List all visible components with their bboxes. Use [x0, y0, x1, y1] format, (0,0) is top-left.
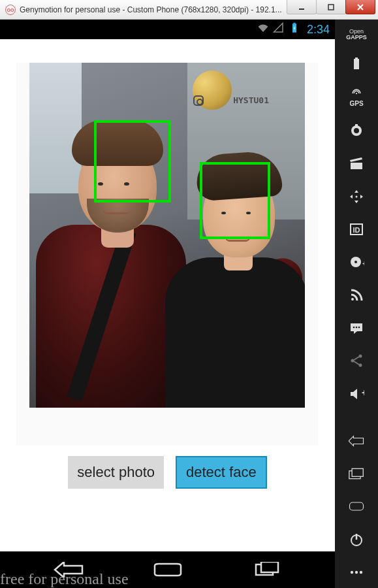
svg-text:+: + — [362, 260, 364, 267]
svg-rect-7 — [261, 562, 278, 572]
android-status-bar: 2:34 — [0, 20, 335, 39]
share-tool[interactable] — [344, 351, 369, 370]
svg-text:ID: ID — [353, 226, 360, 234]
sms-tool[interactable] — [344, 319, 369, 337]
svg-rect-1 — [328, 5, 334, 10]
status-clock: 2:34 — [307, 23, 330, 37]
disk-icon: + — [349, 254, 364, 270]
app-icon-glyph: oo — [7, 7, 14, 13]
minimize-button[interactable] — [287, 0, 317, 14]
battery-tool[interactable] — [344, 55, 369, 73]
share-icon — [349, 353, 364, 368]
gps-tool[interactable]: GPS — [344, 88, 369, 107]
svg-line-30 — [354, 361, 359, 365]
volume-up-tool[interactable]: + — [344, 384, 369, 402]
app-content: HYSTU01 — [0, 39, 335, 551]
network-tool[interactable] — [344, 286, 369, 304]
select-photo-button[interactable]: select photo — [68, 456, 164, 489]
emulator-frame: 2:34 HYSTU01 — [0, 20, 378, 588]
battery-icon — [349, 56, 364, 72]
nav-back-button[interactable] — [50, 558, 89, 581]
maximize-button[interactable] — [316, 0, 346, 14]
power-icon — [349, 532, 364, 547]
svg-rect-8 — [354, 59, 359, 69]
toolbar-more-button[interactable] — [344, 563, 369, 581]
clapper-icon — [349, 156, 364, 172]
open-gapps-label-2: GAPPS — [346, 35, 367, 41]
window-titlebar: oo Genymotion for personal use - Custom … — [0, 0, 378, 20]
app-icon: oo — [5, 5, 16, 15]
svg-point-24 — [356, 327, 358, 329]
photo-watermark: HYSTU01 — [233, 95, 269, 105]
more-horizontal-icon — [349, 564, 364, 580]
toolbar-home-button[interactable] — [344, 497, 369, 515]
svg-point-10 — [356, 93, 357, 94]
photo-padding — [16, 408, 318, 446]
camera-icon — [349, 123, 364, 139]
recents-icon — [349, 466, 364, 482]
move-icon — [349, 189, 364, 204]
open-gapps-button[interactable]: Open GAPPS — [344, 29, 369, 41]
svg-point-38 — [355, 571, 358, 574]
identifier-tool[interactable]: ID — [344, 220, 369, 238]
close-button[interactable] — [345, 0, 375, 14]
device-screen: 2:34 HYSTU01 — [0, 20, 335, 588]
rss-icon — [349, 287, 364, 303]
volume-up-icon: + — [349, 386, 364, 402]
face-detection-box — [200, 162, 270, 239]
id-icon: ID — [349, 221, 364, 237]
camera-tool[interactable] — [344, 122, 369, 140]
toolbar-recents-button[interactable] — [344, 465, 369, 483]
button-row: select photo detect face — [0, 456, 335, 489]
instagram-icon — [193, 95, 204, 106]
svg-point-37 — [351, 571, 353, 574]
message-icon — [349, 320, 364, 336]
home-icon — [349, 498, 364, 514]
svg-point-39 — [360, 571, 362, 574]
svg-rect-33 — [352, 468, 363, 476]
photo-container: HYSTU01 — [16, 63, 318, 408]
svg-rect-34 — [350, 502, 364, 510]
gps-icon — [349, 88, 364, 99]
toolbar-power-button[interactable] — [344, 530, 369, 548]
detect-face-button[interactable]: detect face — [176, 456, 267, 489]
genymotion-toolbar: Open GAPPS GPS ID + — [335, 20, 378, 588]
nav-recents-button[interactable] — [247, 558, 286, 581]
back-icon — [349, 433, 364, 449]
toolbar-back-button[interactable] — [344, 432, 369, 450]
photo: HYSTU01 — [29, 63, 305, 408]
svg-rect-14 — [351, 163, 362, 169]
disk-tool[interactable]: + — [344, 253, 369, 271]
svg-point-23 — [353, 327, 355, 329]
svg-rect-9 — [355, 57, 358, 59]
svg-point-15 — [356, 195, 358, 197]
svg-point-12 — [354, 128, 359, 133]
battery-charging-icon — [289, 22, 300, 37]
signal-icon — [273, 22, 285, 37]
nav-home-button[interactable] — [148, 558, 187, 581]
capture-tool[interactable] — [344, 155, 369, 173]
svg-rect-5 — [293, 23, 295, 24]
gps-label: GPS — [349, 101, 363, 107]
android-nav-bar — [0, 551, 335, 588]
wifi-icon — [257, 22, 269, 37]
window-buttons — [287, 0, 375, 14]
svg-point-21 — [351, 298, 354, 301]
svg-rect-13 — [355, 124, 358, 126]
svg-text:+: + — [362, 387, 364, 398]
face-detection-box — [94, 120, 171, 203]
svg-point-19 — [354, 261, 357, 263]
remote-tool[interactable] — [344, 188, 369, 206]
svg-point-25 — [358, 327, 360, 329]
svg-line-29 — [354, 357, 359, 360]
